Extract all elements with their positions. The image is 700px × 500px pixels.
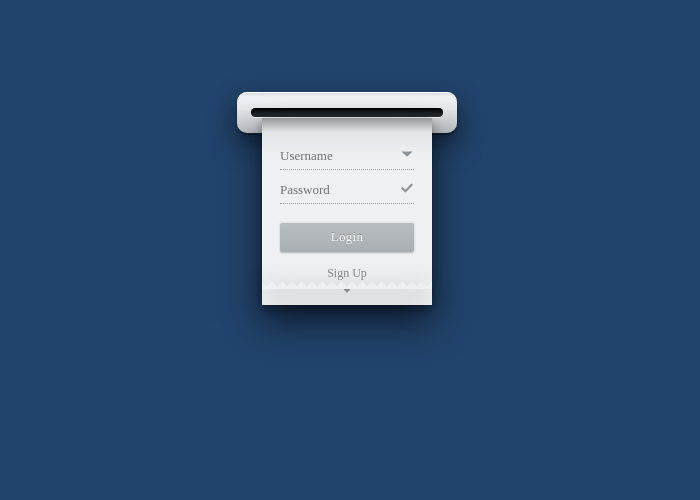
username-input[interactable] <box>280 144 414 170</box>
login-button[interactable]: Login <box>280 222 414 252</box>
caret-down-icon <box>400 147 414 161</box>
login-form: Login Sign Up <box>262 118 432 305</box>
password-row <box>280 178 414 212</box>
receipt-torn-edge <box>262 279 432 289</box>
signup-label: Sign Up <box>327 266 367 280</box>
login-card-stage: Login Sign Up <box>0 0 700 500</box>
password-input[interactable] <box>280 178 414 204</box>
username-row <box>280 144 414 178</box>
printer-slot <box>251 108 443 117</box>
check-icon <box>400 181 414 195</box>
